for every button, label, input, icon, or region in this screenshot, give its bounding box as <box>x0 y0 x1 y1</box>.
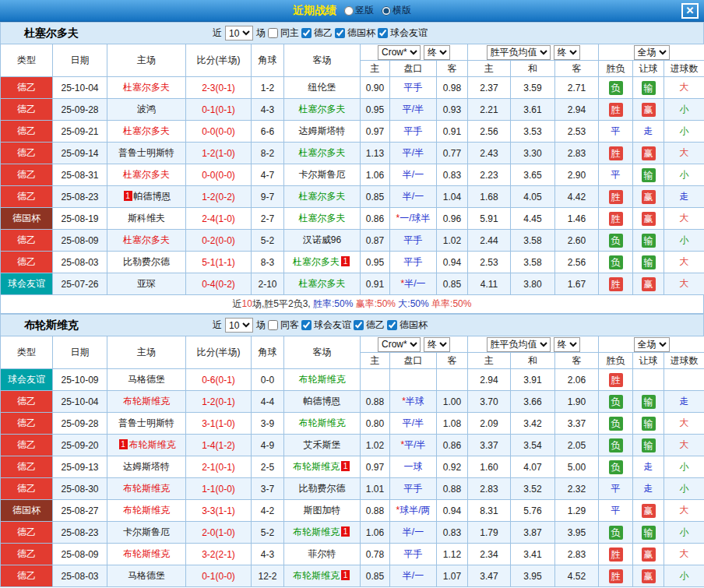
corner-count: 2-5 <box>252 456 284 478</box>
team-name-text: 布轮斯维克 <box>299 417 346 428</box>
result-handicap <box>633 369 664 391</box>
crown-final-select[interactable]: 终 <box>424 45 450 60</box>
crown-away-odds: 0.93 <box>437 99 468 121</box>
avg-final-select[interactable]: 终 <box>554 45 580 60</box>
home-team: 卡尔斯鲁厄 <box>107 522 186 544</box>
same-venue-checkbox[interactable] <box>268 28 278 38</box>
match-row: 德乙25-08-09布轮斯维克3-2(2-1)4-3菲尔特0.78平手1.122… <box>1 544 704 565</box>
result-badge: 负 <box>609 395 623 409</box>
avg-home-odds: 3.47 <box>468 565 511 587</box>
league-badge: 球会友谊 <box>1 369 53 391</box>
avg-away-odds: 5.00 <box>555 456 599 478</box>
result-handicap: 输 <box>633 522 664 544</box>
col-away-header: 客场 <box>284 336 361 369</box>
match-score: 2-0(1-0) <box>186 522 252 544</box>
avg-draw-odds: 3.65 <box>511 164 555 186</box>
result-badge: 输 <box>642 81 656 95</box>
league-filter-checkbox[interactable] <box>301 320 312 330</box>
match-score: 0-4(0-2) <box>186 273 252 295</box>
away-team: 斯图加特 <box>284 500 361 522</box>
avg-home-odds: 5.91 <box>468 208 511 230</box>
bookmaker-select[interactable]: Crow* <box>378 45 421 60</box>
avg-home-odds: 2.23 <box>468 164 511 186</box>
sub-col-header: 和 <box>511 61 555 77</box>
away-team: 卡尔斯鲁厄 <box>284 164 361 186</box>
crown-home-odds: 0.87 <box>361 230 390 252</box>
crown-home-odds: 0.95 <box>361 252 390 273</box>
away-team: 杜塞尔多夫 <box>284 186 361 208</box>
same-venue-checkbox[interactable] <box>268 320 278 330</box>
corner-count: 4-7 <box>252 164 284 186</box>
crown-final-select[interactable]: 终 <box>424 337 450 352</box>
scope-select[interactable]: 全场 <box>634 45 670 60</box>
avg-draw-odds: 4.05 <box>511 186 555 208</box>
match-date: 25-10-09 <box>53 369 107 391</box>
horizontal-layout-radio[interactable] <box>382 6 391 16</box>
handicap-line: *一/球半 <box>390 208 437 230</box>
layout-horizontal-option[interactable]: 横版 <box>382 4 411 17</box>
home-team: 杜塞尔多夫 <box>107 230 186 252</box>
away-team: 杜塞尔多夫 <box>284 99 361 121</box>
handicap-line: 半/一 <box>390 565 437 587</box>
match-row: 德乙25-09-14普鲁士明斯特1-2(1-0)8-2杜塞尔多夫1.13平/半0… <box>1 143 704 164</box>
result-badge: 赢 <box>642 212 656 226</box>
crown-home-odds: 1.06 <box>361 164 390 186</box>
result-overunder: 小 <box>664 121 704 143</box>
avg-odds-select[interactable]: 胜平负均值 <box>487 45 551 60</box>
corner-count: 9-7 <box>252 186 284 208</box>
league-filter-checkbox[interactable] <box>335 28 345 38</box>
home-team: 杜塞尔多夫 <box>107 77 186 99</box>
sub-col-header: 盘口 <box>390 61 437 77</box>
result-badge: 小 <box>680 461 689 472</box>
match-date: 25-08-03 <box>53 252 107 273</box>
section-team-title: 杜塞尔多夫 <box>24 26 211 40</box>
close-button[interactable]: ✕ <box>681 3 699 19</box>
league-filter-checkbox[interactable] <box>387 320 397 330</box>
match-row: 德乙25-09-21杜塞尔多夫0-0(0-0)6-6达姆斯塔特0.97平手0.9… <box>1 121 704 143</box>
crown-away-odds: 1.08 <box>437 413 468 435</box>
avg-final-select[interactable]: 终 <box>554 337 580 352</box>
match-row: 德乙25-10-04杜塞尔多夫2-3(0-1)1-2纽伦堡0.90平手0.982… <box>1 77 704 99</box>
corner-count: 8-2 <box>252 143 284 164</box>
result-badge: 小 <box>680 483 689 494</box>
vertical-layout-radio[interactable] <box>344 6 354 16</box>
avg-away-odds: 2.53 <box>555 121 599 143</box>
match-date: 25-09-28 <box>53 413 107 435</box>
league-filter-checkbox[interactable] <box>378 28 388 38</box>
scope-select[interactable]: 全场 <box>634 337 670 352</box>
match-score: 0-2(0-0) <box>186 230 252 252</box>
crown-home-odds: 0.88 <box>361 391 390 413</box>
crown-away-odds: 0.85 <box>437 273 468 295</box>
home-team: 马格德堡 <box>107 565 186 587</box>
result-overunder: 小 <box>664 565 704 587</box>
avg-home-odds: 4.11 <box>468 273 511 295</box>
titlebar-center: 近期战绩 竖版 横版 <box>293 4 411 18</box>
match-row: 德乙25-08-30布轮斯维克1-1(0-0)3-7比勒费尔德1.01平手0.8… <box>1 478 704 500</box>
result-badge: 赢 <box>642 146 656 160</box>
result-badge: 大 <box>680 213 689 224</box>
match-count-select[interactable]: 10 <box>225 318 253 333</box>
changed-line-star: * <box>400 278 404 289</box>
crown-away-odds: 1.04 <box>437 186 468 208</box>
result-badge: 输 <box>642 438 656 452</box>
home-team: 比勒费尔德 <box>107 252 186 273</box>
avg-home-odds: 2.34 <box>468 544 511 565</box>
col-corner-header: 角球 <box>252 336 284 369</box>
home-team: 布轮斯维克 <box>107 478 186 500</box>
layout-vertical-option[interactable]: 竖版 <box>344 4 374 17</box>
match-count-select[interactable]: 10 <box>225 26 253 40</box>
league-badge: 德国杯 <box>1 500 53 522</box>
avg-draw-odds: 3.52 <box>511 478 555 500</box>
sub-col-header: 进球数 <box>664 61 704 77</box>
league-filter-checkbox[interactable] <box>354 320 364 330</box>
avg-odds-select[interactable]: 胜平负均值 <box>487 337 551 352</box>
result-badge: 大 <box>680 548 689 559</box>
league-filter-checkbox[interactable] <box>301 28 312 38</box>
league-filter-label: 德乙 <box>366 319 385 332</box>
home-team: 1帕德博恩 <box>107 186 186 208</box>
bookmaker-select[interactable]: Crow* <box>378 337 421 352</box>
result-group: 全场 <box>599 44 704 61</box>
avg-draw-odds: 3.80 <box>511 273 555 295</box>
red-card-badge: 1 <box>341 526 350 537</box>
result-badge: 大 <box>680 82 689 93</box>
